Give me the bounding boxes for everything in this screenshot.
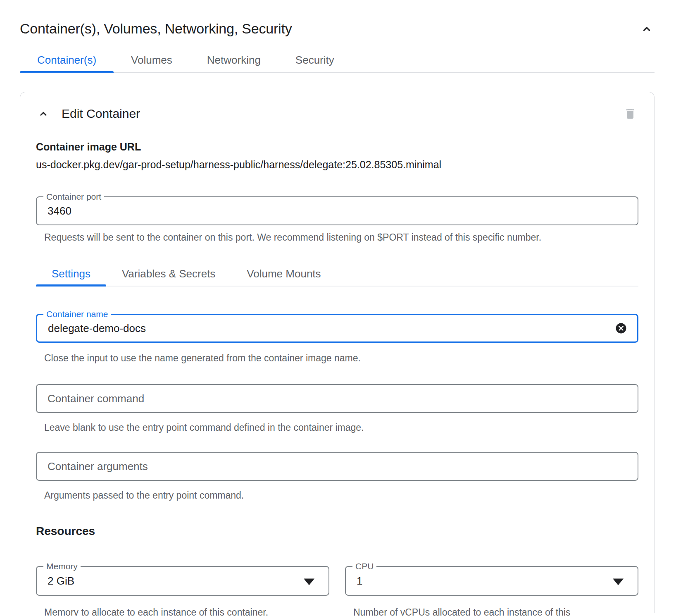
- cpu-helper: Number of vCPUs allocated to each instan…: [353, 603, 589, 616]
- memory-column: Memory 2 GiB Memory to allocate to each …: [36, 566, 329, 616]
- container-image-url-value: us-docker.pkg.dev/gar-prod-setup/harness…: [36, 159, 638, 171]
- tab-settings[interactable]: Settings: [36, 262, 106, 286]
- delete-container-button[interactable]: [622, 105, 638, 122]
- container-arguments-input[interactable]: [37, 453, 638, 480]
- container-port-input[interactable]: [37, 197, 638, 224]
- tab-containers[interactable]: Container(s): [20, 48, 114, 72]
- container-arguments-field: [36, 452, 638, 481]
- tab-networking[interactable]: Networking: [190, 48, 278, 72]
- container-name-helper: Close the input to use the name generate…: [44, 352, 638, 364]
- cpu-label: CPU: [352, 561, 376, 572]
- tab-volumes[interactable]: Volumes: [114, 48, 190, 72]
- cpu-column: CPU 1 Number of vCPUs allocated to each …: [345, 566, 638, 616]
- collapse-section-button[interactable]: [639, 21, 655, 37]
- container-command-field: [36, 384, 638, 413]
- trash-icon: [624, 107, 637, 120]
- memory-helper: Memory to allocate to each instance of t…: [44, 603, 280, 616]
- section-header: Container(s), Volumes, Networking, Secur…: [20, 21, 655, 37]
- container-command-helper: Leave blank to use the entry point comma…: [44, 421, 638, 434]
- tab-volume-mounts[interactable]: Volume Mounts: [231, 262, 336, 286]
- container-port-field: Container port: [36, 196, 638, 225]
- chevron-up-icon: [38, 108, 49, 119]
- memory-select[interactable]: Memory 2 GiB: [36, 566, 329, 596]
- caret-down-icon: [304, 578, 314, 585]
- tab-security[interactable]: Security: [278, 48, 352, 72]
- cloud-run-container-settings-panel: Container(s), Volumes, Networking, Secur…: [0, 21, 676, 613]
- memory-label: Memory: [43, 561, 81, 572]
- container-name-input[interactable]: [37, 315, 637, 341]
- collapse-container-button[interactable]: [36, 106, 51, 121]
- edit-container-card: Edit Container Container image URL us-do…: [20, 92, 655, 613]
- clear-x-icon: [615, 329, 627, 336]
- section-tabs: Container(s) Volumes Networking Security: [20, 48, 655, 73]
- memory-value: 2 GiB: [37, 575, 74, 587]
- resources-grid: Memory 2 GiB Memory to allocate to each …: [36, 566, 638, 616]
- container-name-label: Container name: [43, 309, 111, 320]
- cpu-select[interactable]: CPU 1: [345, 566, 638, 596]
- tab-variables-secrets[interactable]: Variables & Secrets: [106, 262, 231, 286]
- chevron-up-icon: [640, 23, 653, 35]
- container-name-field: Container name: [36, 314, 638, 343]
- cpu-value: 1: [346, 575, 362, 587]
- container-sub-tabs: Settings Variables & Secrets Volume Moun…: [36, 262, 638, 287]
- edit-container-header: Edit Container: [36, 105, 638, 122]
- edit-container-title: Edit Container: [62, 107, 140, 121]
- page-title: Container(s), Volumes, Networking, Secur…: [20, 21, 292, 37]
- caret-down-icon: [613, 578, 624, 585]
- container-port-label: Container port: [43, 191, 104, 202]
- clear-container-name-button[interactable]: [615, 322, 627, 334]
- container-arguments-helper: Arguments passed to the entry point comm…: [44, 489, 638, 501]
- resources-heading: Resources: [36, 525, 638, 538]
- container-port-helper: Requests will be sent to the container o…: [44, 231, 638, 244]
- container-command-input[interactable]: [37, 385, 638, 412]
- container-image-url-label: Container image URL: [36, 141, 638, 153]
